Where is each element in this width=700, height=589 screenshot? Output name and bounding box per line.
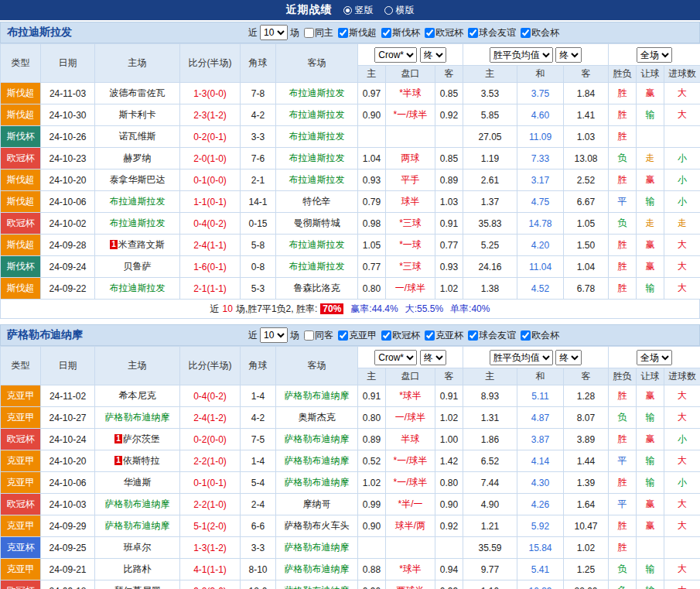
same-away-checkbox[interactable] <box>304 330 314 341</box>
match-row: 克亚杯 24-09-25 班卓尔 1-3(1-2) 3-3 萨格勒布迪纳摩 35… <box>1 537 700 559</box>
home-team: 贝鲁萨 <box>95 256 180 278</box>
league-checkbox[interactable] <box>338 28 348 38</box>
handicap-line: *一球 <box>386 235 435 256</box>
league-badge: 斯伐杯 <box>1 256 41 278</box>
home-team: 泰拿华斯巴达 <box>95 170 180 191</box>
avg-final-select[interactable]: 终 <box>555 350 582 365</box>
league-filter[interactable]: 斯伐杯 <box>381 26 420 39</box>
result-goals: 大 <box>664 235 700 256</box>
match-date: 24-10-20 <box>41 450 95 472</box>
league-filter[interactable]: 球会友谊 <box>468 26 516 39</box>
column-header-home: 主场 <box>95 44 180 83</box>
handicap-odds-home <box>358 537 386 559</box>
league-badge: 克亚甲 <box>1 385 41 407</box>
odds-company-select[interactable]: Crow* <box>374 350 417 365</box>
column-header-handicap-result: 让球 <box>637 368 664 385</box>
summary-count: 10 <box>223 303 233 314</box>
avg-win-odds: 1.21 <box>463 515 517 537</box>
league-badge: 斯伐杯 <box>1 126 41 148</box>
match-row: 斯伐杯 24-10-26 诺瓦维斯 0-2(0-1) 3-3 布拉迪斯拉发 27… <box>1 126 700 148</box>
summary-near: 近 <box>210 303 220 316</box>
home-team: 拜仁慕尼黑 <box>95 580 180 589</box>
match-score: 2-2(1-0) <box>180 450 241 472</box>
summary-bar: 近10场,胜7平1负2, 胜率: 70% 赢率:44.4% 大:55.5% 单率… <box>0 300 700 319</box>
league-filter[interactable]: 球会友谊 <box>468 329 516 342</box>
match-score: 5-1(2-0) <box>180 515 241 537</box>
result-goals: 大 <box>664 450 700 472</box>
result-wdl: 平 <box>609 494 637 515</box>
league-checkbox[interactable] <box>521 330 531 341</box>
avg-win-odds: 1.37 <box>463 191 517 213</box>
matches-label: 场 <box>290 26 299 39</box>
league-filter[interactable]: 斯伐超 <box>338 26 377 39</box>
avg-win-odds: 3.53 <box>463 83 517 104</box>
league-filter[interactable]: 欧会杯 <box>521 26 559 39</box>
handicap-line <box>386 126 435 148</box>
handicap-odds-home: 0.90 <box>358 104 386 126</box>
match-row: 斯伐杯 24-09-24 贝鲁萨 1-6(0-1) 0-8 布拉迪斯拉发 0.7… <box>1 256 700 278</box>
scope-select[interactable]: 全场 <box>637 47 672 63</box>
league-badge: 克亚杯 <box>1 537 41 559</box>
avg-draw-odds: 3.17 <box>517 170 564 191</box>
match-date: 24-10-30 <box>41 104 95 126</box>
league-checkbox[interactable] <box>425 28 435 38</box>
result-handicap: 赢 <box>637 256 664 278</box>
handicap-odds-home: 0.98 <box>358 213 386 235</box>
avg-final-select[interactable]: 终 <box>555 47 582 63</box>
league-filter[interactable]: 克亚甲 <box>338 329 377 342</box>
avg-draw-odds: 3.87 <box>517 429 564 450</box>
result-goals: 大 <box>664 559 700 580</box>
avg-lose-odds: 1.04 <box>564 256 609 278</box>
column-header-goals: 进球数 <box>664 66 700 83</box>
avg-type-select[interactable]: 胜平负均值 <box>490 350 553 365</box>
league-filter[interactable]: 克亚杯 <box>425 329 463 342</box>
topbar: 近期战绩 竖版 横版 <box>0 0 700 20</box>
match-score: 1-3(1-2) <box>180 537 241 559</box>
layout-option-vertical[interactable]: 竖版 <box>343 4 374 17</box>
league-checkbox[interactable] <box>425 330 435 341</box>
league-checkbox[interactable] <box>521 28 531 38</box>
league-checkbox[interactable] <box>338 330 348 341</box>
league-checkbox[interactable] <box>381 330 391 341</box>
result-goals: 大 <box>664 515 700 537</box>
radio-selected-icon[interactable] <box>343 6 352 15</box>
scope-select[interactable]: 全场 <box>637 350 672 365</box>
same-away-filter[interactable]: 同客 <box>304 329 333 342</box>
corners-score: 12-0 <box>241 580 276 589</box>
league-filter[interactable]: 欧冠杯 <box>425 26 463 39</box>
match-date: 24-10-02 <box>41 213 95 235</box>
same-home-checkbox[interactable] <box>304 28 314 38</box>
games-count-select[interactable]: 10 <box>260 25 288 40</box>
corners-score: 4-2 <box>241 104 276 126</box>
league-badge: 斯伐超 <box>1 191 41 213</box>
league-filter[interactable]: 欧冠杯 <box>381 329 420 342</box>
avg-type-select[interactable]: 胜平负均值 <box>490 47 553 63</box>
odds-final-select[interactable]: 终 <box>420 350 446 365</box>
match-score: 0-4(0-2) <box>180 385 241 407</box>
result-handicap: 输 <box>637 407 664 429</box>
away-team: 萨格勒布迪纳摩 <box>276 580 358 589</box>
avg-lose-odds: 6.78 <box>564 278 609 300</box>
avg-win-odds: 7.44 <box>463 472 517 494</box>
column-header-score: 比分(半场) <box>180 347 241 385</box>
league-checkbox[interactable] <box>468 28 478 38</box>
avg-draw-odds: 4.14 <box>517 450 564 472</box>
league-filter[interactable]: 欧会杯 <box>521 329 559 342</box>
league-checkbox[interactable] <box>381 28 391 38</box>
result-handicap: 走 <box>637 213 664 235</box>
league-checkbox[interactable] <box>468 330 478 341</box>
odds-final-select[interactable]: 终 <box>420 47 446 63</box>
column-header-wdl: 胜负 <box>609 66 637 83</box>
home-team: 布拉迪斯拉发 <box>95 213 180 235</box>
radio-unselected-icon[interactable] <box>384 6 393 15</box>
result-wdl: 胜 <box>609 104 637 126</box>
corners-score: 2-1 <box>241 170 276 191</box>
match-row: 克亚甲 24-10-06 华迪斯 0-1(0-1) 5-4 萨格勒布迪纳摩 1.… <box>1 472 700 494</box>
result-wdl: 胜 <box>609 170 637 191</box>
same-home-filter[interactable]: 同主 <box>304 26 333 39</box>
games-count-select[interactable]: 10 <box>260 327 288 343</box>
column-header-handicap: 盘口 <box>386 66 435 83</box>
layout-option-horizontal[interactable]: 横版 <box>384 4 415 17</box>
odds-company-select[interactable]: Crow* <box>374 47 417 63</box>
handicap-line: *半球 <box>386 83 435 104</box>
